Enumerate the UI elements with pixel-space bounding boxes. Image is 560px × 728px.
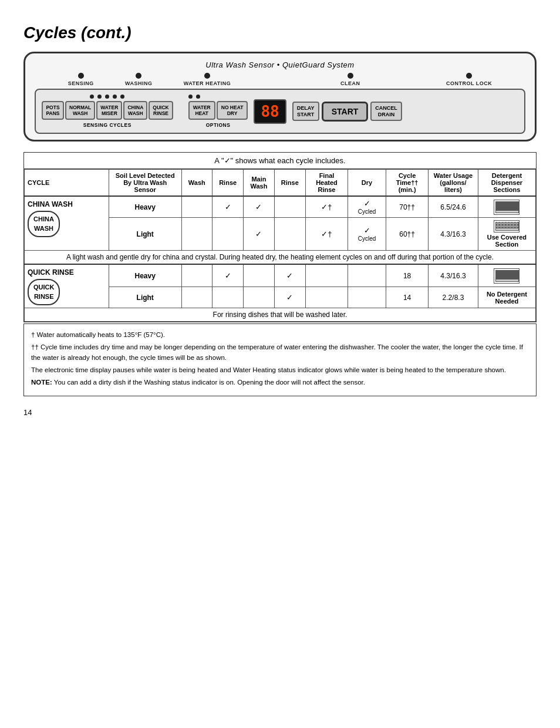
qr-heavy-soil: Heavy (109, 264, 181, 287)
china-heavy-water: 6.5/24.6 (429, 196, 478, 218)
china-light-water: 4.3/16.3 (429, 218, 478, 251)
col-header-dry: Dry (348, 170, 386, 197)
qr-light-dry (348, 287, 386, 308)
china-heavy-main-wash: ✓ (244, 196, 274, 218)
water-heating-dot (204, 73, 210, 79)
china-wash-button: CHINAWASH (28, 211, 60, 237)
china-light-detergent: Use Covered Section (478, 218, 535, 251)
indicator-sensing: SENSING (68, 73, 94, 86)
clean-label: CLEAN (340, 80, 360, 86)
china-heavy-detergent (478, 196, 535, 218)
indicator-water-heating: WATER HEATING (184, 73, 231, 86)
opt-dot-2 (196, 95, 200, 99)
btn-delay-start[interactable]: DELAYSTART (292, 102, 319, 122)
china-heavy-final: ✓† (306, 196, 348, 218)
qr-heavy-rinse: ✓ (212, 264, 244, 287)
quick-rinse-button: QUICKRINSE (28, 279, 60, 305)
cycle-buttons: POTSPANS NORMALWASH WATERMISER CHINAWASH… (42, 101, 173, 120)
water-heating-label: WATER HEATING (184, 80, 231, 86)
china-heavy-soil: Heavy (109, 196, 181, 218)
washing-dot (136, 73, 141, 79)
btn-water-heat[interactable]: WATERHEAT (188, 101, 215, 120)
indicator-control-lock: CONTROL LOCK (446, 73, 492, 86)
btn-cancel-drain[interactable]: CANCELDRAIN (370, 102, 402, 122)
col-header-detergent: Detergent Dispenser Sections (478, 170, 535, 197)
qr-note-row: For rinsing dishes that will be washed l… (25, 308, 536, 322)
col-header-rinse2: Rinse (274, 170, 306, 197)
qr-heavy-wash (181, 264, 212, 287)
opt-dot-1 (188, 95, 193, 99)
col-header-soil: Soil Level Detected By Ultra Wash Sensor (109, 170, 181, 197)
china-heavy-wash (181, 196, 212, 218)
footnote-1: † Water automatically heats to 135°F (57… (31, 330, 529, 340)
panel-inner: POTSPANS NORMALWASH WATERMISER CHINAWASH… (35, 89, 525, 134)
col-header-rinse: Rinse (212, 170, 244, 197)
footnotes-section: † Water automatically heats to 135°F (57… (23, 323, 537, 396)
sensing-group: POTSPANS NORMALWASH WATERMISER CHINAWASH… (42, 95, 173, 128)
dishwasher-panel: Ultra Wash Sensor • QuietGuard System SE… (23, 52, 537, 141)
footnote-2: †† Cycle time includes dry time and may … (31, 342, 529, 363)
col-header-main-wash: Main Wash (244, 170, 274, 197)
control-lock-dot (466, 73, 472, 79)
table-header: A "✓" shows what each cycle includes. (24, 153, 536, 169)
cycles-table-container: A "✓" shows what each cycle includes. CY… (23, 152, 537, 322)
quick-rinse-name-cell: QUICK RINSE QUICKRINSE (25, 264, 109, 308)
options-group: WATERHEAT NO HEATDRY OPTIONS (188, 95, 248, 128)
quick-rinse-section: QUICK RINSE QUICKRINSE Heavy ✓ ✓ 18 4.3/… (25, 264, 536, 287)
option-buttons: WATERHEAT NO HEATDRY (188, 101, 248, 120)
cycle-dots (90, 95, 124, 99)
detergent-qr-heavy (481, 268, 532, 284)
action-buttons: DELAYSTART START CANCELDRAIN (292, 102, 402, 122)
qr-light-wash (181, 287, 212, 308)
dot-1 (90, 95, 94, 99)
btn-no-heat-dry[interactable]: NO HEATDRY (217, 101, 248, 120)
time-display: 88 (254, 99, 286, 124)
qr-light-rinse (212, 287, 244, 308)
china-light-dry: ✓Cycled (348, 218, 386, 251)
china-wash-name-cell: CHINA WASH CHINAWASH (25, 196, 109, 251)
qr-heavy-final (306, 264, 348, 287)
china-light-rinse2 (274, 218, 306, 251)
china-note-row: A light wash and gentle dry for china an… (25, 251, 536, 265)
qr-light-final (306, 287, 348, 308)
control-lock-label: CONTROL LOCK (446, 80, 492, 86)
indicator-washing: WASHING (125, 73, 153, 86)
page-title: Cycles (cont.) (23, 23, 537, 42)
qr-heavy-detergent (478, 264, 535, 287)
qr-light-main-wash (244, 287, 274, 308)
qr-light-soil: Light (109, 287, 181, 308)
col-header-cycle: CYCLE (25, 170, 109, 197)
use-covered-cell: Use Covered Section (481, 220, 532, 248)
option-dots (188, 95, 248, 99)
btn-normal-wash[interactable]: NORMALWASH (65, 101, 95, 120)
btn-start[interactable]: START (322, 102, 369, 122)
china-heavy-dry: ✓Cycled (348, 196, 386, 218)
china-light-time: 60†† (386, 218, 429, 251)
dot-2 (97, 95, 102, 99)
indicator-clean: CLEAN (340, 73, 360, 86)
page-number: 14 (23, 408, 537, 417)
china-wash-section: CHINA WASH CHINAWASH Heavy ✓ ✓ ✓† ✓Cycle… (25, 196, 536, 218)
btn-quick-rinse[interactable]: QUICKRINSE (149, 101, 173, 120)
footnote-note: NOTE: You can add a dirty dish if the Wa… (31, 378, 529, 387)
btn-water-miser[interactable]: WATERMISER (96, 101, 122, 120)
china-note: A light wash and gentle dry for china an… (25, 251, 536, 265)
btn-pots-pans[interactable]: POTSPANS (42, 101, 64, 120)
washing-label: WASHING (125, 80, 153, 86)
qr-heavy-main-wash (244, 264, 274, 287)
detergent-covered (494, 220, 519, 232)
btn-china-wash[interactable]: CHINAWASH (123, 101, 147, 120)
sensing-label: SENSING (68, 80, 94, 86)
china-heavy-time: 70†† (386, 196, 429, 218)
quick-rinse-title: QUICK RINSE (28, 268, 74, 277)
cycles-table: CYCLE Soil Level Detected By Ultra Wash … (24, 169, 536, 322)
dot-4 (113, 95, 117, 99)
panel-header: Ultra Wash Sensor • QuietGuard System (35, 60, 525, 69)
footnote-note-text: You can add a dirty dish if the Washing … (54, 379, 365, 386)
col-header-wash: Wash (181, 170, 212, 197)
sensing-cycles-label: SENSING CYCLES (83, 122, 131, 128)
sensing-dot (78, 73, 84, 79)
china-light-rinse (212, 218, 244, 251)
qr-light-time: 14 (386, 287, 429, 308)
china-heavy-rinse: ✓ (212, 196, 244, 218)
